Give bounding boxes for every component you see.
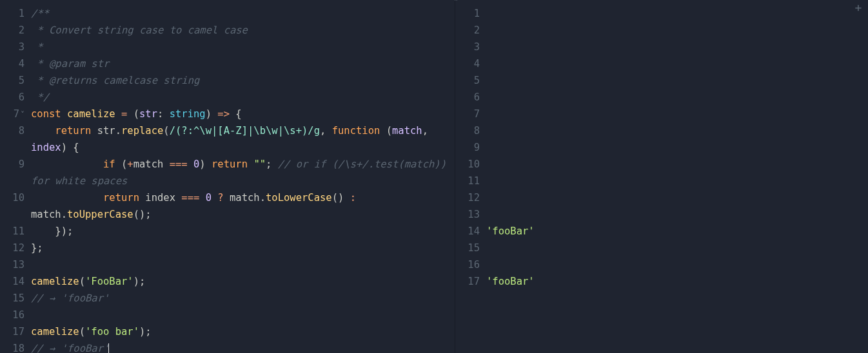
line-number[interactable]: 15 bbox=[0, 290, 28, 307]
line-number[interactable]: 5 bbox=[455, 72, 484, 89]
line-number[interactable]: 10 bbox=[0, 189, 28, 223]
token: ( bbox=[79, 326, 85, 338]
gutter-left[interactable]: 123456789101112131415161718 bbox=[0, 0, 28, 353]
token: replace bbox=[121, 125, 163, 137]
add-pane-icon[interactable]: + bbox=[853, 3, 864, 14]
code-line[interactable] bbox=[486, 89, 868, 106]
token: camelize bbox=[31, 326, 79, 338]
line-number[interactable]: 11 bbox=[455, 173, 484, 189]
code-line[interactable]: const camelize = (str: string) => { bbox=[31, 106, 455, 122]
line-number[interactable]: 4 bbox=[455, 55, 484, 72]
line-number[interactable]: 13 bbox=[455, 206, 484, 223]
code-line[interactable]: return index === 0 ? match.toLowerCase()… bbox=[31, 189, 455, 223]
token: /** bbox=[31, 8, 49, 19]
code-line[interactable]: */ bbox=[31, 89, 455, 106]
code-line[interactable] bbox=[486, 72, 868, 89]
token: (); bbox=[133, 209, 152, 220]
line-number[interactable]: 13 bbox=[0, 256, 28, 273]
code-line[interactable] bbox=[486, 189, 868, 206]
token bbox=[31, 125, 55, 137]
line-number[interactable]: 3 bbox=[0, 39, 28, 55]
editor-pane-right[interactable]: 1234567891011121314151617 'fooBar''fooBa… bbox=[455, 0, 868, 353]
line-number[interactable]: 9 bbox=[455, 139, 484, 156]
editor-split-view: 123456789101112131415161718 /** * Conver… bbox=[0, 0, 868, 353]
code-line[interactable]: // → 'fooBar' bbox=[31, 340, 455, 353]
line-number[interactable]: 2 bbox=[455, 22, 484, 39]
code-line[interactable]: }; bbox=[31, 240, 455, 256]
code-line[interactable]: camelize('FooBar'); bbox=[31, 273, 455, 290]
code-line[interactable] bbox=[486, 256, 868, 273]
token: => bbox=[217, 108, 230, 120]
token: match bbox=[31, 209, 61, 220]
line-number[interactable]: 16 bbox=[455, 256, 484, 273]
token: . bbox=[260, 192, 266, 204]
line-number[interactable]: 11 bbox=[0, 223, 28, 240]
code-line[interactable] bbox=[486, 156, 868, 173]
line-number[interactable]: 7 bbox=[0, 106, 28, 122]
token: // → 'fooBar' bbox=[31, 343, 109, 353]
code-line[interactable]: 'fooBar' bbox=[486, 223, 868, 240]
token: : bbox=[157, 108, 170, 120]
code-line[interactable]: }); bbox=[31, 223, 455, 240]
code-line[interactable] bbox=[486, 55, 868, 72]
gutter-right[interactable]: 1234567891011121314151617 bbox=[455, 0, 484, 353]
line-number[interactable]: 6 bbox=[0, 89, 28, 106]
token: const bbox=[31, 108, 67, 120]
code-line[interactable]: // → 'fooBar' bbox=[31, 290, 455, 307]
code-line[interactable] bbox=[486, 122, 868, 139]
token: return bbox=[55, 125, 97, 137]
line-number[interactable]: 10 bbox=[455, 156, 484, 173]
line-number[interactable]: 17 bbox=[455, 273, 484, 290]
line-number[interactable]: 4 bbox=[0, 55, 28, 72]
line-number[interactable]: 8 bbox=[455, 122, 484, 139]
line-number[interactable]: 8 bbox=[0, 122, 28, 156]
line-number[interactable]: 7 bbox=[455, 106, 484, 122]
token: () bbox=[332, 192, 344, 204]
code-line[interactable] bbox=[486, 5, 868, 22]
code-line[interactable] bbox=[486, 22, 868, 39]
code-line[interactable] bbox=[31, 256, 455, 273]
line-number[interactable]: 12 bbox=[0, 240, 28, 256]
line-number[interactable]: 9 bbox=[0, 156, 28, 189]
code-line[interactable] bbox=[486, 206, 868, 223]
code-line[interactable]: * @returns camelcase string bbox=[31, 72, 455, 89]
code-line[interactable]: * bbox=[31, 39, 455, 55]
line-number[interactable]: 1 bbox=[455, 5, 484, 22]
line-number[interactable]: 16 bbox=[0, 307, 28, 323]
line-number[interactable]: 12 bbox=[455, 189, 484, 206]
line-number[interactable]: 14 bbox=[0, 273, 28, 290]
token: ); bbox=[133, 276, 146, 287]
line-number[interactable]: 3 bbox=[455, 39, 484, 55]
code-right[interactable]: 'fooBar''fooBar' bbox=[484, 0, 868, 353]
line-number[interactable]: 2 bbox=[0, 22, 28, 39]
line-number[interactable]: 14 bbox=[455, 223, 484, 240]
token: , bbox=[422, 125, 435, 137]
code-line[interactable] bbox=[486, 139, 868, 156]
line-number[interactable]: 1 bbox=[0, 5, 28, 22]
code-line[interactable]: if (+match === 0) return ""; // or if (/… bbox=[31, 156, 455, 189]
code-line[interactable]: * @param str bbox=[31, 55, 455, 72]
line-number[interactable]: 18 bbox=[0, 340, 28, 353]
code-line[interactable] bbox=[486, 173, 868, 189]
code-line[interactable]: return str.replace(/(?:^\w|[A-Z]|\b\w|\s… bbox=[31, 122, 455, 156]
line-number[interactable]: 15 bbox=[455, 240, 484, 256]
token: index bbox=[31, 142, 61, 153]
token: // → 'fooBar' bbox=[31, 292, 109, 304]
code-line[interactable] bbox=[486, 240, 868, 256]
code-line[interactable]: * Convert string case to camel case bbox=[31, 22, 455, 39]
line-number[interactable]: 5 bbox=[0, 72, 28, 89]
line-number[interactable]: 17 bbox=[0, 323, 28, 340]
token: if bbox=[103, 158, 115, 170]
code-line[interactable] bbox=[486, 106, 868, 122]
code-line[interactable]: 'fooBar' bbox=[486, 273, 868, 290]
token: 0 bbox=[193, 158, 199, 170]
code-line[interactable]: /** bbox=[31, 5, 455, 22]
code-line[interactable]: camelize('foo bar'); bbox=[31, 323, 455, 340]
token: ( bbox=[133, 108, 139, 120]
code-line[interactable] bbox=[486, 39, 868, 55]
code-line[interactable] bbox=[31, 307, 455, 323]
editor-pane-left[interactable]: 123456789101112131415161718 /** * Conver… bbox=[0, 0, 455, 353]
line-number[interactable]: 6 bbox=[455, 89, 484, 106]
token bbox=[31, 192, 103, 204]
code-left[interactable]: /** * Convert string case to camel case … bbox=[28, 0, 455, 353]
